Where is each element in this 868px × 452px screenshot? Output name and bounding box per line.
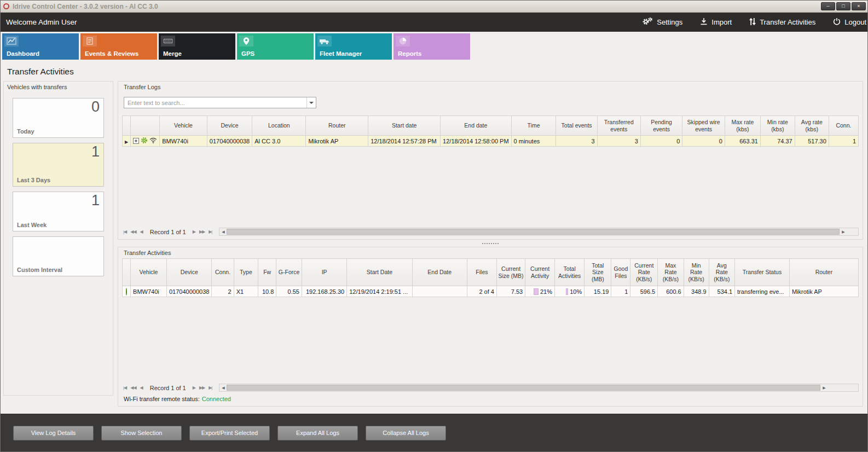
col-min-rate[interactable]: Min rate (kbs) <box>760 116 795 136</box>
collapse-all-logs-button[interactable]: Collapse All Logs <box>366 426 446 441</box>
reports-pie-icon <box>396 36 410 47</box>
nav-tile-gps[interactable]: GPS <box>237 33 314 60</box>
right-column: Transfer Logs <box>118 81 863 407</box>
transfer-activity-row[interactable]: BMW740i 017040000038 2 X1 10.8 0.55 192.… <box>123 286 859 297</box>
card-last-3-days[interactable]: 1 Last 3 Days <box>13 143 104 187</box>
col-min-rate[interactable]: Min Rate (KB/s) <box>684 259 709 286</box>
col-start-date[interactable]: Start date <box>368 116 441 136</box>
activities-horizontal-scrollbar[interactable]: ◀ ▶ <box>219 384 859 392</box>
row-expand-icon[interactable]: ▶ <box>125 140 128 144</box>
col-vehicle[interactable]: Vehicle <box>160 116 207 136</box>
col-location[interactable]: Location <box>252 116 306 136</box>
pager-first-icon[interactable]: |◀ <box>123 229 126 234</box>
col-time[interactable]: Time <box>511 116 556 136</box>
col-skipped-wire-events[interactable]: Skipped wire events <box>682 116 725 136</box>
pager-first-icon[interactable]: |◀ <box>123 385 126 390</box>
nav-tile-dashboard[interactable]: Dashboard <box>2 33 79 60</box>
search-combobox[interactable] <box>124 97 316 108</box>
close-button[interactable]: × <box>852 2 866 10</box>
logout-label: Logout <box>844 18 866 26</box>
col-total-size[interactable]: Total Size (MB) <box>585 259 611 286</box>
scroll-left-icon[interactable]: ◀ <box>219 386 227 390</box>
expand-all-logs-button[interactable]: Expand All Logs <box>277 426 358 441</box>
tile-label: Merge <box>163 50 182 57</box>
card-last-week[interactable]: 1 Last Week <box>13 192 104 231</box>
pager-next-icon[interactable]: ▶ <box>193 385 195 390</box>
col-device[interactable]: Device <box>166 259 211 286</box>
pager-prev-icon[interactable]: ◀ <box>140 385 143 390</box>
col-files[interactable]: Files <box>467 259 496 286</box>
cell-expand[interactable]: ▶ <box>123 136 131 147</box>
search-input[interactable] <box>124 100 306 106</box>
view-log-details-button[interactable]: View Log Details <box>13 426 94 441</box>
col-router[interactable]: Router <box>306 116 368 136</box>
import-button[interactable]: Import <box>700 18 732 27</box>
transfer-activities-button[interactable]: Transfer Activities <box>749 18 815 27</box>
col-end-date[interactable]: End date <box>441 116 511 136</box>
maximize-button[interactable]: □ <box>836 2 850 10</box>
card-today[interactable]: 0 Today <box>13 98 104 138</box>
col-total-activities[interactable]: Total Activities <box>555 259 585 286</box>
nav-tile-reports[interactable]: Reports <box>394 33 470 60</box>
col-max-rate[interactable]: Max rate (kbs) <box>725 116 760 136</box>
pager-next-page-icon[interactable]: ▶▶ <box>199 385 205 390</box>
cell-g-force: 0.55 <box>276 286 302 297</box>
cell-icons <box>131 136 160 147</box>
col-avg-rate[interactable]: Avg rate (kbs) <box>795 116 829 136</box>
scroll-right-icon[interactable]: ▶ <box>840 230 847 234</box>
col-start-date[interactable]: Start Date <box>347 259 412 286</box>
logs-horizontal-scrollbar[interactable]: ◀ ▶ <box>219 228 859 236</box>
col-transferred-events[interactable]: Transferred events <box>597 116 640 136</box>
col-current-activity[interactable]: Current Activity <box>525 259 555 286</box>
expand-plus-icon[interactable] <box>133 138 139 144</box>
transfer-logs-panel: Transfer Logs <box>118 81 863 240</box>
panel-splitter[interactable] <box>118 240 863 247</box>
export-print-selected-button[interactable]: Export/Print Selected <box>189 426 270 441</box>
progress-bar <box>534 288 539 295</box>
pager-prev-icon[interactable]: ◀ <box>140 229 143 234</box>
settings-button[interactable]: Settings <box>642 17 682 27</box>
col-pending-events[interactable]: Pending events <box>640 116 682 136</box>
transfer-log-row[interactable]: ▶ BMW740i 017040000038 Al CC 3.0 <box>123 136 859 147</box>
pager-prev-page-icon[interactable]: ◀◀ <box>130 229 136 234</box>
nav-tiles: Dashboard Events & Reviews Merge GPS Fle… <box>1 32 867 62</box>
nav-tile-merge[interactable]: Merge <box>159 33 235 60</box>
transfer-activities-panel: Transfer Activities V <box>118 247 863 407</box>
scroll-right-icon[interactable]: ▶ <box>820 386 828 390</box>
pager-next-page-icon[interactable]: ▶▶ <box>199 229 205 234</box>
col-conn[interactable]: Conn. <box>829 116 858 136</box>
logout-button[interactable]: Logout <box>833 18 866 27</box>
col-total-events[interactable]: Total events <box>556 116 597 136</box>
minimize-button[interactable]: – <box>821 2 835 10</box>
scrollbar-thumb[interactable] <box>227 229 840 235</box>
col-expand <box>123 116 131 136</box>
col-g-force[interactable]: G-Force <box>276 259 302 286</box>
col-vehicle[interactable]: Vehicle <box>131 259 167 286</box>
pager-prev-page-icon[interactable]: ◀◀ <box>130 385 136 390</box>
col-conn[interactable]: Conn. <box>212 259 234 286</box>
col-type[interactable]: Type <box>234 259 258 286</box>
scrollbar-thumb[interactable] <box>227 385 820 391</box>
nav-tile-fleet-manager[interactable]: Fleet Manager <box>315 33 392 60</box>
col-good-files[interactable]: Good Files <box>611 259 630 286</box>
col-ip[interactable]: IP <box>302 259 346 286</box>
show-selection-button[interactable]: Show Selection <box>101 426 182 441</box>
col-router[interactable]: Router <box>789 259 858 286</box>
dropdown-arrow-icon[interactable] <box>306 97 316 108</box>
pager-next-icon[interactable]: ▶ <box>193 229 195 234</box>
col-current-size[interactable]: Current Size (MB) <box>496 259 525 286</box>
pager-last-icon[interactable]: ▶| <box>209 229 212 234</box>
col-max-rate[interactable]: Max Rate (KB/s) <box>658 259 684 286</box>
col-transfer-status[interactable]: Transfer Status <box>735 259 790 286</box>
col-fw[interactable]: Fw <box>258 259 276 286</box>
cell-files: 2 of 4 <box>467 286 496 297</box>
card-custom-interval[interactable]: Custom Interval <box>13 236 104 276</box>
col-avg-rate[interactable]: Avg Rate (KB/s) <box>709 259 735 286</box>
nav-tile-events-reviews[interactable]: Events & Reviews <box>80 33 157 60</box>
card-label: Last 3 Days <box>17 177 50 183</box>
col-end-date[interactable]: End Date <box>412 259 467 286</box>
col-device[interactable]: Device <box>207 116 252 136</box>
col-current-rate[interactable]: Current Rate (KB/s) <box>630 259 658 286</box>
pager-last-icon[interactable]: ▶| <box>209 385 212 390</box>
scroll-left-icon[interactable]: ◀ <box>219 230 227 234</box>
